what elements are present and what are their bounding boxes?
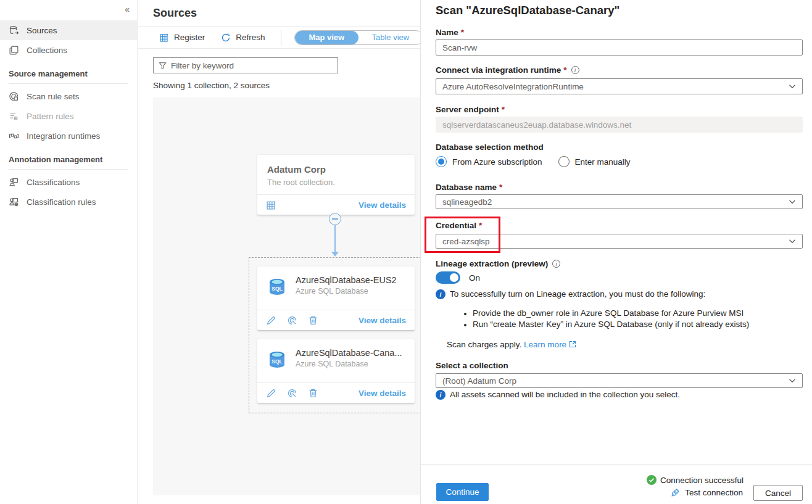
divider [9,169,128,170]
db-name-dropdown[interactable]: sqlineagedb2 [436,194,803,209]
edit-icon[interactable] [266,388,276,399]
test-connection-button[interactable]: Test connection [671,488,743,497]
register-button[interactable]: Register [159,33,205,43]
name-label: Name* [436,28,464,37]
collection-dropdown[interactable]: (Root) Adatum Corp [436,373,803,388]
chevron-down-icon [789,83,796,90]
delete-icon[interactable] [308,315,318,326]
sidebar-item-scan-rule-sets[interactable]: Scan rule sets [0,86,137,106]
continue-button[interactable]: Continue [436,483,489,501]
classification-rules-icon [9,197,19,207]
external-link-icon [569,341,576,348]
sidebar-item-label: Pattern rules [27,112,74,121]
connection-status: Connection successful [647,475,744,485]
page-title: Sources [153,7,197,20]
endpoint-field: sqlserverdatascaneus2euap.database.windo… [436,117,803,133]
source-card-canary: SQL AzureSqlDatabase-Cana... Azure SQL D… [257,339,415,403]
radio-from-azure-subscription[interactable]: From Azure subscription [436,156,542,167]
sources-summary: Showing 1 collection, 2 sources [153,81,270,90]
refresh-button[interactable]: Refresh [221,33,265,43]
name-input[interactable] [442,43,796,52]
scan-config-panel: Scan "AzureSqlDatabase-Canary" Name* Con… [420,0,812,504]
left-sidebar: « Sources Collections Source management [0,0,138,504]
sidebar-item-collections[interactable]: Collections [0,40,137,60]
table-view-tab[interactable]: Table view [358,31,423,44]
database-icon [9,25,19,36]
db-method-radio-group: From Azure subscription Enter manually [436,156,631,167]
lineage-toggle-row: On [436,271,480,284]
lineage-info-message: i To successfully turn on Lineage extrac… [436,289,705,299]
lineage-bullet-2: Run “create Master Key” in Azure SQL Dat… [464,320,749,329]
azure-sql-database-icon: SQL [266,347,288,370]
bullet-dot [464,313,466,315]
filter-input[interactable] [171,61,333,70]
runtime-label: Connect via integration runtime* i [436,65,579,75]
db-name-label: Database name* [436,183,502,192]
view-details-link[interactable]: View details [358,200,406,210]
collection-name: Adatum Corp [267,164,405,175]
sources-map-canvas: Adatum Corp The root collection. View de… [153,97,420,495]
connector-arrowhead [331,252,339,257]
radio-enter-manually[interactable]: Enter manually [558,156,631,167]
svg-text:SQL: SQL [271,286,282,292]
pattern-rules-icon [9,111,19,122]
scan-rule-sets-icon [9,91,19,102]
name-field-wrapper [436,39,803,56]
sidebar-item-classification-rules[interactable]: Classification rules [0,192,137,212]
divider [421,464,812,465]
source-card-eus2: SQL AzureSqlDatabase-EUS2 Azure SQL Data… [257,266,415,330]
collection-label: Select a collection [436,361,508,370]
panel-title: Scan "AzureSqlDatabase-Canary" [436,4,619,17]
collection-info-message: i All assets scanned will be included in… [436,390,680,400]
collections-icon [9,45,19,56]
scan-icon[interactable] [287,388,297,399]
runtime-dropdown[interactable]: Azure AutoResolveIntegrationRuntime [436,78,803,94]
plug-icon [671,488,680,497]
sidebar-item-classifications[interactable]: Classifications [0,172,137,192]
success-check-icon [647,475,657,485]
info-tooltip-icon[interactable]: i [571,66,579,74]
connector-line [334,225,336,252]
integration-runtimes-icon [9,131,19,141]
credential-dropdown[interactable]: cred-azsqlsp [436,234,803,249]
lineage-label: Lineage extraction (preview) i [436,259,560,268]
chevron-down-icon [789,198,796,205]
source-type: Azure SQL Database [296,287,397,295]
cancel-button[interactable]: Cancel [753,485,803,501]
endpoint-label: Server endpoint* [436,105,505,114]
map-view-tab[interactable]: Map view [295,31,359,44]
register-grid-icon[interactable] [266,200,276,210]
learn-more-link[interactable]: Learn more [524,340,576,349]
filter-input-wrapper [153,57,338,73]
sidebar-item-label: Scan rule sets [27,92,80,101]
azure-sql-database-icon: SQL [266,275,288,297]
sidebar-section-source-management: Source management [0,67,137,83]
view-details-link[interactable]: View details [358,316,406,325]
filter-icon [159,62,167,70]
sidebar-item-label: Integration runtimes [27,131,100,141]
delete-icon[interactable] [308,388,318,399]
lineage-toggle[interactable] [436,271,460,284]
sidebar-item-label: Classification rules [27,197,96,207]
sidebar-item-sources[interactable]: Sources [0,20,137,40]
sidebar-item-label: Collections [27,46,67,55]
info-icon: i [436,390,445,400]
edit-icon[interactable] [266,315,276,326]
svg-text:SQL: SQL [271,358,282,365]
sidebar-item-integration-runtimes[interactable]: Integration runtimes [0,126,137,146]
divider [9,83,128,84]
info-tooltip-icon[interactable]: i [552,260,560,268]
refresh-label: Refresh [236,33,265,42]
sidebar-collapse-button[interactable]: « [122,3,132,15]
sources-toolbar: Register Refresh Map view Table view [159,27,423,48]
sidebar-item-pattern-rules[interactable]: Pattern rules [0,106,137,126]
collapse-node-button[interactable] [329,213,341,225]
radio-dot [436,156,447,167]
register-label: Register [174,33,205,42]
view-details-link[interactable]: View details [358,389,406,398]
radio-dot [558,156,570,167]
scan-charges-line: Scan charges apply. Learn more [447,340,576,349]
scan-icon[interactable] [287,315,297,326]
source-name: AzureSqlDatabase-Cana... [296,348,402,358]
register-grid-icon [159,33,169,43]
